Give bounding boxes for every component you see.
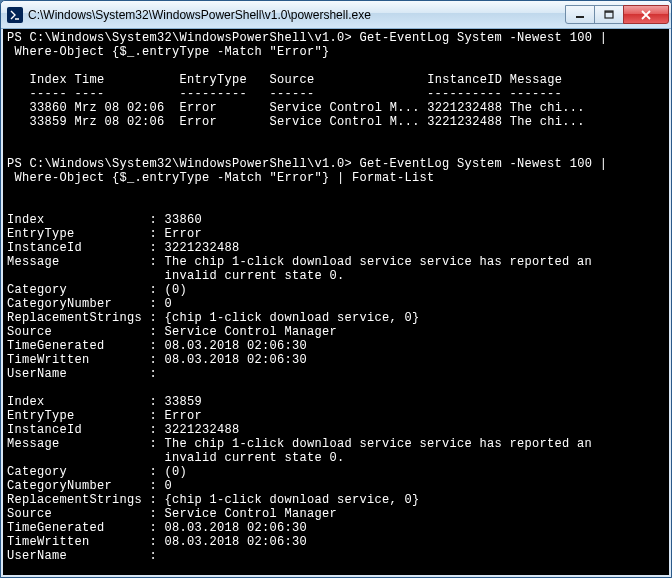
list-field: ReplacementStrings : {chip 1-click downl…: [7, 311, 665, 325]
powershell-icon: [7, 7, 23, 23]
list-field: Source : Service Control Manager: [7, 507, 665, 521]
command-continuation: Where-Object {$_.entryType -Match "Error…: [7, 171, 665, 185]
list-field: TimeWritten : 08.03.2018 02:06:30: [7, 353, 665, 367]
titlebar[interactable]: C:\Windows\System32\WindowsPowerShell\v1…: [1, 1, 671, 29]
list-field: Message : The chip 1-click download serv…: [7, 255, 665, 269]
list-field: Category : (0): [7, 465, 665, 479]
list-field-cont: invalid current state 0.: [7, 269, 665, 283]
window-frame: C:\Windows\System32\WindowsPowerShell\v1…: [0, 0, 672, 578]
close-button[interactable]: [623, 5, 669, 24]
command-continuation: Where-Object {$_.entryType -Match "Error…: [7, 45, 665, 59]
list-field: EntryType : Error: [7, 227, 665, 241]
list-field: Index : 33859: [7, 395, 665, 409]
window-controls: [566, 5, 669, 24]
list-field: TimeWritten : 08.03.2018 02:06:30: [7, 535, 665, 549]
prompt-line: PS C:\Windows\System32\WindowsPowerShell…: [7, 31, 665, 45]
minimize-button[interactable]: [565, 5, 595, 24]
table-divider: ----- ---- --------- ------ ---------- -…: [7, 87, 665, 101]
list-field: TimeGenerated : 08.03.2018 02:06:30: [7, 521, 665, 535]
table-row: 33859 Mrz 08 02:06 Error Service Control…: [7, 115, 665, 129]
prompt-line: PS C:\Windows\System32\WindowsPowerShell…: [7, 157, 665, 171]
list-field: UserName :: [7, 549, 665, 563]
command-text: Get-EventLog System -Newest 100 |: [360, 157, 608, 171]
command-text: Get-EventLog System -Newest 100 |: [360, 31, 608, 45]
list-field: CategoryNumber : 0: [7, 297, 665, 311]
table-header: Index Time EntryType Source InstanceID M…: [7, 73, 665, 87]
list-field-cont: invalid current state 0.: [7, 451, 665, 465]
list-field: Message : The chip 1-click download serv…: [7, 437, 665, 451]
list-field: ReplacementStrings : {chip 1-click downl…: [7, 493, 665, 507]
list-field: UserName :: [7, 367, 665, 381]
table-row: 33860 Mrz 08 02:06 Error Service Control…: [7, 101, 665, 115]
list-field: EntryType : Error: [7, 409, 665, 423]
list-field: InstanceId : 3221232488: [7, 241, 665, 255]
list-field: TimeGenerated : 08.03.2018 02:06:30: [7, 339, 665, 353]
list-field: InstanceId : 3221232488: [7, 423, 665, 437]
list-field: CategoryNumber : 0: [7, 479, 665, 493]
list-field: Category : (0): [7, 283, 665, 297]
list-field: Index : 33860: [7, 213, 665, 227]
list-field: Source : Service Control Manager: [7, 325, 665, 339]
window-title: C:\Windows\System32\WindowsPowerShell\v1…: [28, 8, 566, 22]
console-area[interactable]: PS C:\Windows\System32\WindowsPowerShell…: [1, 29, 671, 577]
maximize-button[interactable]: [594, 5, 624, 24]
